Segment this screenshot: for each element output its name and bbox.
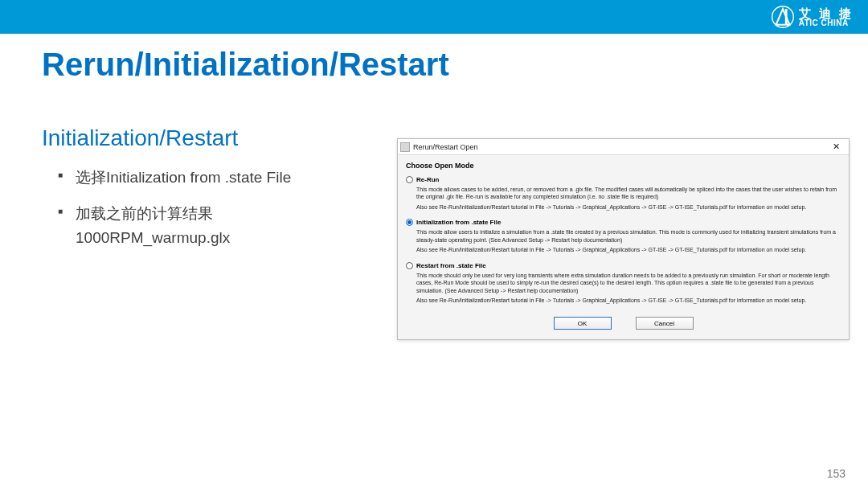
- bullet-list: 选择Initialization from .state File 加载之前的计…: [58, 166, 379, 262]
- option-description: This mode allow users to initialize a si…: [416, 228, 841, 244]
- section-subtitle: Initialization/Restart: [42, 125, 238, 151]
- option-description: Also see Re-Run/Initialization/Restart t…: [416, 246, 841, 253]
- page-number: 153: [827, 467, 845, 480]
- option-label: Initialization from .state File: [416, 219, 501, 226]
- button-label: Cancel: [654, 320, 674, 327]
- logo-mark-icon: [772, 6, 794, 28]
- dialog-title: Rerun/Restart Open: [413, 143, 826, 151]
- dialog-body: Choose Open Mode Re-Run This mode allows…: [398, 155, 849, 339]
- top-banner: 艾 迪 捷 ATIC CHINA: [0, 0, 868, 34]
- option-restart-state: Restart from .state File This mode shoul…: [406, 262, 841, 305]
- brand-name-cn: 艾 迪 捷: [799, 7, 854, 19]
- option-description: This mode should only be used for very l…: [416, 272, 841, 294]
- dialog-titlebar: Rerun/Restart Open ✕: [398, 139, 849, 155]
- bullet-subtext: 1000RPM_warmup.glx: [76, 226, 379, 249]
- option-description: This mode allows cases to be added, reru…: [416, 186, 841, 201]
- list-item: 选择Initialization from .state File: [58, 166, 379, 189]
- bullet-text: 选择Initialization from .state File: [76, 169, 291, 186]
- option-init-state: Initialization from .state File This mod…: [406, 219, 841, 253]
- option-label: Re-Run: [416, 176, 439, 183]
- close-icon[interactable]: ✕: [826, 141, 845, 152]
- dialog-icon: [400, 142, 410, 152]
- option-description: Also see Re-Run/Initialization/Restart t…: [416, 203, 841, 211]
- slide: 艾 迪 捷 ATIC CHINA Rerun/Initialization/Re…: [0, 0, 868, 488]
- dialog-button-row: OK Cancel: [406, 312, 841, 336]
- option-description: Also see Re-Run/Initialization/Restart t…: [416, 297, 841, 304]
- svg-rect-1: [784, 9, 787, 25]
- dialog-heading: Choose Open Mode: [406, 162, 841, 170]
- brand-logo: 艾 迪 捷 ATIC CHINA: [772, 6, 854, 28]
- page-title: Rerun/Initialization/Restart: [42, 47, 449, 83]
- list-item: 加载之前的计算结果 1000RPM_warmup.glx: [58, 202, 379, 249]
- radio-restart-state[interactable]: [406, 262, 413, 269]
- rerun-restart-dialog: Rerun/Restart Open ✕ Choose Open Mode Re…: [397, 138, 850, 340]
- radio-rerun[interactable]: [406, 176, 413, 183]
- option-rerun: Re-Run This mode allows cases to be adde…: [406, 176, 841, 211]
- ok-button[interactable]: OK: [554, 317, 612, 330]
- bullet-text: 加载之前的计算结果: [76, 205, 213, 222]
- radio-init-state[interactable]: [406, 219, 413, 226]
- option-label: Restart from .state File: [416, 262, 486, 269]
- button-label: OK: [578, 320, 588, 327]
- brand-name-en: ATIC CHINA: [799, 19, 854, 27]
- cancel-button[interactable]: Cancel: [636, 317, 694, 330]
